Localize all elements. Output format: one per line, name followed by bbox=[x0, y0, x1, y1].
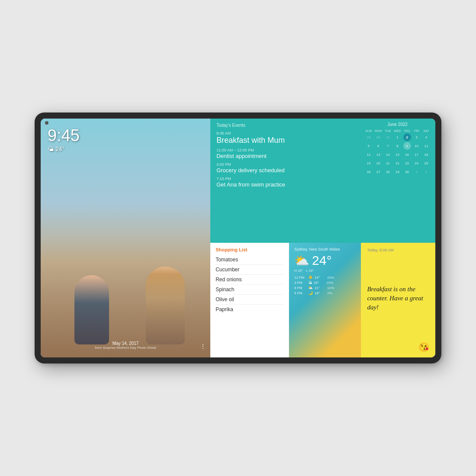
cal-day: 11 bbox=[422, 142, 430, 150]
cal-header-fri: FRI bbox=[412, 129, 421, 133]
forecast-time: 6 PM bbox=[294, 286, 306, 290]
cal-day: 14 bbox=[384, 151, 392, 158]
forecast-pct: 2% bbox=[327, 291, 332, 295]
sticky-note-widget: Today, 8:00 AM Breakfast is on the count… bbox=[361, 243, 435, 357]
weather-temperature-big: 24° bbox=[312, 253, 331, 268]
event-name-swim: Get Ana from swim practice bbox=[216, 181, 354, 188]
camera-icon bbox=[45, 121, 48, 125]
cal-day: 28 bbox=[384, 168, 392, 176]
forecast-pct: 12% bbox=[327, 286, 334, 290]
photo-album: from Surprise Mothers Day Photo Shoot bbox=[41, 346, 210, 350]
forecast-temp: 26° bbox=[314, 281, 325, 285]
cal-day: 19 bbox=[365, 159, 373, 167]
forecast-icon: 🌙 bbox=[308, 291, 313, 295]
cal-day: 31 bbox=[384, 133, 392, 141]
forecast-pct: 15% bbox=[326, 281, 333, 285]
time-weather-overlay: 9:45 🌤 24° bbox=[48, 127, 80, 152]
event-item: 7:15 PM Get Ana from swim practice bbox=[216, 177, 354, 188]
cal-day: 23 bbox=[403, 159, 411, 167]
shopping-list-title: Shopping List bbox=[215, 247, 283, 252]
event-name-grocery: Grocery delivery scheduled bbox=[216, 167, 354, 174]
cal-day: 18 bbox=[422, 151, 430, 158]
events-calendar-section: Today's Events 8:45 AM Breakfast with Mu… bbox=[210, 119, 435, 243]
note-text: Breakfast is on the counter. Have a grea… bbox=[367, 285, 429, 312]
cal-header-tue: TUE bbox=[383, 129, 392, 133]
cal-day: 15 bbox=[393, 151, 401, 158]
shopping-widget: Shopping List Tomatoes Cucumber Red onio… bbox=[210, 243, 289, 357]
weather-main: ⛅ 24° bbox=[294, 253, 356, 268]
cal-day: 3 bbox=[413, 133, 421, 141]
calendar-widget: June 2022 SUN MON TUE WED THU FRI SAT 29 bbox=[360, 119, 435, 243]
screen-content: 9:45 🌤 24° May 14, 2017 from Surprise Mo… bbox=[41, 119, 435, 357]
current-weather-display: 🌤 24° bbox=[48, 145, 80, 152]
photo-caption: May 14, 2017 from Surprise Mothers Day P… bbox=[41, 341, 210, 350]
current-temp: 24° bbox=[55, 145, 64, 152]
photo-date: May 14, 2017 bbox=[41, 341, 210, 346]
event-item: 4:00 PM Grocery delivery scheduled bbox=[216, 162, 354, 174]
cal-header-mon: MON bbox=[373, 129, 383, 133]
cal-day: 5 bbox=[365, 142, 373, 150]
forecast-row-6pm: 6 PM ⛅ 21° 12% bbox=[294, 286, 356, 290]
cal-header-sat: SAT bbox=[421, 129, 431, 133]
cal-day: 12 bbox=[365, 151, 373, 158]
forecast-row-12pm: 12 PM ☀️ 24° 20% bbox=[294, 275, 356, 280]
forecast-time: 9 PM bbox=[294, 291, 306, 295]
calendar-month-year: June 2022 bbox=[364, 122, 431, 127]
events-section-title: Today's Events bbox=[216, 123, 354, 128]
cal-day: 29 bbox=[365, 133, 373, 141]
cal-day: 1 bbox=[393, 133, 401, 141]
events-list: Today's Events 8:45 AM Breakfast with Mu… bbox=[210, 119, 360, 243]
event-name-breakfast: Breakfast with Mum bbox=[216, 136, 354, 145]
event-time: 4:00 PM bbox=[216, 162, 354, 167]
weather-high-low: H 26° L 18° bbox=[294, 269, 356, 273]
event-name-dentist: Dentist appointment bbox=[216, 153, 354, 159]
shopping-item-tomatoes: Tomatoes bbox=[215, 255, 283, 265]
photo-section: 9:45 🌤 24° May 14, 2017 from Surprise Mo… bbox=[41, 119, 210, 357]
forecast-row-9pm: 9 PM 🌙 19° 2% bbox=[294, 291, 356, 295]
note-emoji: 😘 bbox=[367, 342, 429, 352]
weather-forecast: 12 PM ☀️ 24° 20% 3 PM 🌤 26° 15% bbox=[294, 275, 356, 295]
cal-day: 7 bbox=[384, 142, 392, 150]
weather-sun-icon: ⛅ bbox=[294, 254, 309, 268]
forecast-temp: 21° bbox=[315, 286, 325, 290]
device-screen: 9:45 🌤 24° May 14, 2017 from Surprise Mo… bbox=[41, 119, 435, 357]
cal-day: 6 bbox=[374, 142, 382, 150]
weather-high: H 26° bbox=[294, 269, 303, 273]
shopping-item-oliveoil: Olive oil bbox=[215, 295, 283, 305]
time-display: 9:45 bbox=[48, 127, 80, 144]
event-item: 11:00 AM – 12:00 PM Dentist appointment bbox=[216, 148, 354, 159]
more-options-icon[interactable]: ⋮ bbox=[200, 343, 206, 350]
weather-low: L 18° bbox=[306, 269, 314, 273]
cal-day: 25 bbox=[422, 159, 430, 167]
cal-day: 29 bbox=[393, 168, 401, 176]
forecast-pct: 20% bbox=[327, 276, 334, 280]
cal-day: 4 bbox=[422, 133, 430, 141]
cal-day: 22 bbox=[393, 159, 401, 167]
forecast-time: 3 PM bbox=[294, 281, 306, 285]
note-header: Today, 8:00 AM bbox=[367, 248, 429, 252]
cal-day: 24 bbox=[413, 159, 421, 167]
forecast-icon: 🌤 bbox=[308, 280, 312, 285]
cal-day: 8 bbox=[393, 142, 401, 150]
cal-day: 30 bbox=[374, 133, 382, 141]
cal-day: 13 bbox=[374, 151, 382, 158]
cal-day: 20 bbox=[374, 159, 382, 167]
forecast-icon: ☀️ bbox=[308, 275, 313, 280]
event-time: 11:00 AM – 12:00 PM bbox=[216, 148, 354, 152]
forecast-temp: 19° bbox=[315, 291, 325, 295]
shopping-item-paprika: Paprika bbox=[215, 305, 283, 314]
weather-widget: Sydney, New South Wales ⛅ 24° H 26° L 18… bbox=[289, 243, 361, 357]
cal-day: 10 bbox=[413, 142, 421, 150]
shopping-item-cucumber: Cucumber bbox=[215, 265, 283, 275]
weather-cloud-icon: 🌤 bbox=[48, 145, 54, 152]
forecast-temp: 24° bbox=[315, 276, 325, 280]
event-time: 8:45 AM bbox=[216, 131, 354, 135]
right-panel: Today's Events 8:45 AM Breakfast with Mu… bbox=[210, 119, 435, 357]
event-item: 8:45 AM Breakfast with Mum bbox=[216, 131, 354, 145]
weather-location: Sydney, New South Wales bbox=[294, 247, 356, 251]
forecast-row-3pm: 3 PM 🌤 26° 15% bbox=[294, 280, 356, 285]
shopping-item-spinach: Spinach bbox=[215, 285, 283, 295]
forecast-time: 12 PM bbox=[294, 276, 306, 280]
shopping-item-onions: Red onions bbox=[215, 275, 283, 285]
cal-day: 16 bbox=[403, 151, 411, 158]
